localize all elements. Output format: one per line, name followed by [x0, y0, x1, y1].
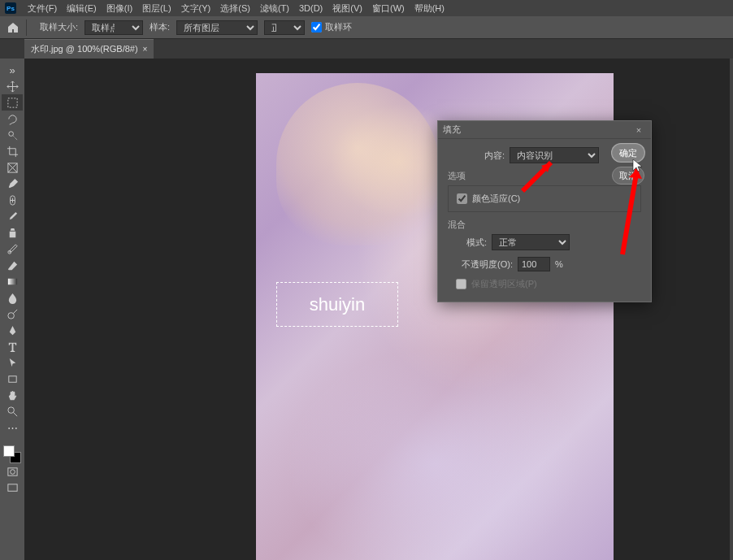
- dialog-titlebar[interactable]: 填充 ×: [438, 121, 651, 139]
- menu-view[interactable]: 视图(V): [327, 2, 367, 15]
- sample-size-label: 取样大小:: [40, 21, 78, 33]
- quick-select-tool[interactable]: [2, 127, 23, 143]
- dialog-close-icon[interactable]: ×: [631, 125, 646, 135]
- screen-mode-icon[interactable]: [2, 480, 23, 496]
- watermark-text: shuiyin: [310, 294, 365, 315]
- ps-logo-icon: Ps: [5, 2, 16, 14]
- sample-size-select[interactable]: 取样点: [85, 20, 143, 35]
- divider: [26, 20, 27, 36]
- pen-tool[interactable]: [2, 322, 23, 338]
- menu-type[interactable]: 文字(Y): [176, 2, 216, 15]
- marquee-selection[interactable]: shuiyin: [276, 282, 398, 327]
- svg-point-1: [8, 131, 13, 136]
- marquee-tool[interactable]: [2, 94, 23, 111]
- blur-tool[interactable]: [2, 289, 23, 306]
- tab-label: 水印.jpg @ 100%(RGB/8#): [31, 43, 138, 55]
- opacity-unit: %: [555, 259, 563, 269]
- menu-bar: Ps 文件(F) 编辑(E) 图像(I) 图层(L) 文字(Y) 选择(S) 滤…: [0, 0, 733, 16]
- menu-3d[interactable]: 3D(D): [294, 3, 327, 13]
- lasso-tool[interactable]: [2, 111, 23, 127]
- menu-select[interactable]: 选择(S): [215, 2, 255, 15]
- mode-label: 模式:: [456, 237, 487, 249]
- fill-dialog: 填充 × 确定 取消 内容: 内容识别 选项 颜色适应(C) 混合 模式: 正常…: [437, 120, 652, 302]
- preserve-transparency-checkbox: 保留透明区域(P): [456, 278, 641, 290]
- opacity-input[interactable]: [518, 257, 550, 271]
- gradient-tool[interactable]: [2, 273, 23, 289]
- mode-select[interactable]: 正常: [264, 20, 305, 35]
- expand-icon[interactable]: »: [2, 62, 23, 78]
- quick-mask-icon[interactable]: [2, 463, 23, 480]
- color-adapt-checkbox[interactable]: 颜色适应(C): [457, 193, 632, 205]
- ok-button[interactable]: 确定: [612, 144, 644, 162]
- sample-ring-checkbox[interactable]: 取样环: [311, 21, 352, 33]
- menu-layer[interactable]: 图层(L): [137, 2, 176, 15]
- dialog-title: 填充: [443, 124, 631, 136]
- menu-window[interactable]: 窗口(W): [367, 2, 410, 15]
- history-brush-tool[interactable]: [2, 241, 23, 257]
- tool-panel: » ⋯: [0, 59, 24, 560]
- svg-rect-0: [7, 98, 16, 106]
- svg-point-10: [10, 469, 15, 474]
- menu-image[interactable]: 图像(I): [102, 2, 137, 15]
- portrait-artwork: [276, 83, 439, 245]
- menu-help[interactable]: 帮助(H): [410, 2, 449, 15]
- document-tab[interactable]: 水印.jpg @ 100%(RGB/8#) ×: [24, 39, 154, 59]
- home-icon[interactable]: [7, 21, 20, 34]
- content-label: 内容:: [480, 150, 505, 162]
- document-tab-bar: 水印.jpg @ 100%(RGB/8#) ×: [0, 39, 733, 59]
- brush-tool[interactable]: [2, 208, 23, 224]
- more-tools-icon[interactable]: ⋯: [2, 419, 23, 436]
- blend-group-label: 混合: [448, 219, 641, 231]
- clone-tool[interactable]: [2, 224, 23, 241]
- healing-tool[interactable]: [2, 192, 23, 208]
- svg-rect-5: [7, 278, 16, 284]
- zoom-tool[interactable]: [2, 403, 23, 419]
- right-panel-strip: [730, 59, 733, 560]
- dodge-tool[interactable]: [2, 306, 23, 322]
- menu-file[interactable]: 文件(F): [23, 2, 62, 15]
- menu-edit[interactable]: 编辑(E): [62, 2, 102, 15]
- crop-tool[interactable]: [2, 143, 23, 159]
- rectangle-tool[interactable]: [2, 371, 23, 387]
- blend-mode-select[interactable]: 正常: [492, 234, 570, 250]
- move-tool[interactable]: [2, 78, 23, 94]
- svg-rect-7: [8, 376, 15, 382]
- eraser-tool[interactable]: [2, 257, 23, 273]
- sample-select[interactable]: 所有图层: [176, 20, 258, 35]
- opacity-label: 不透明度(O):: [456, 258, 513, 271]
- type-tool[interactable]: [2, 338, 23, 354]
- svg-point-8: [7, 406, 14, 413]
- cancel-button[interactable]: 取消: [612, 167, 644, 184]
- sample-label: 样本:: [150, 21, 170, 33]
- path-select-tool[interactable]: [2, 354, 23, 371]
- content-select[interactable]: 内容识别: [510, 147, 599, 163]
- options-group: 颜色适应(C): [448, 185, 641, 212]
- frame-tool[interactable]: [2, 159, 23, 176]
- eyedropper-tool[interactable]: [2, 176, 23, 192]
- menu-filter[interactable]: 滤镜(T): [255, 2, 294, 15]
- options-bar: 取样大小: 取样点 样本: 所有图层 正常 取样环: [0, 16, 733, 39]
- tab-close-icon[interactable]: ×: [143, 45, 148, 54]
- foreground-color[interactable]: [3, 445, 15, 457]
- svg-rect-11: [7, 484, 16, 490]
- svg-point-6: [7, 312, 14, 319]
- color-swatches[interactable]: [3, 445, 21, 463]
- hand-tool[interactable]: [2, 387, 23, 403]
